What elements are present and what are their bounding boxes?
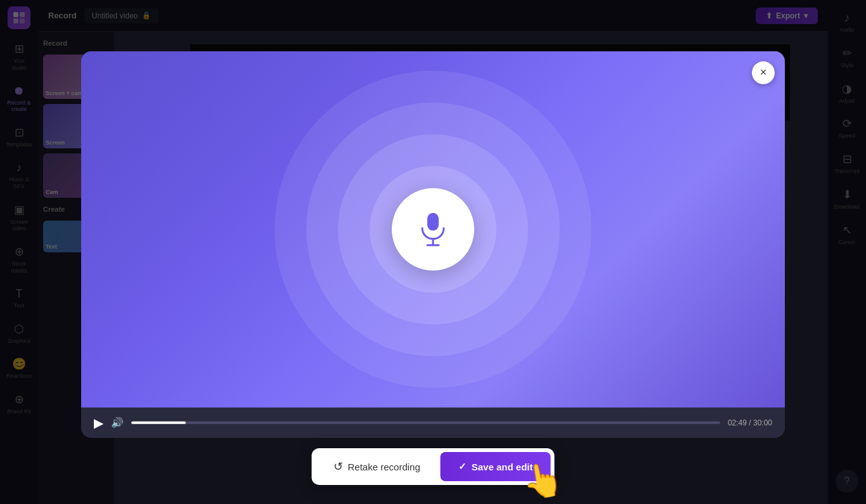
time-display: 02:49 / 30:00 — [728, 418, 772, 427]
total-time: 30:00 — [753, 418, 772, 427]
progress-fill — [131, 421, 186, 423]
close-icon: × — [760, 66, 767, 79]
save-checkmark-icon: ✓ — [458, 461, 467, 472]
modal-close-button[interactable]: × — [752, 61, 775, 84]
play-button[interactable]: ▶ — [94, 415, 103, 430]
svg-rect-4 — [427, 212, 439, 230]
retake-recording-button[interactable]: ↺ Retake recording — [316, 452, 438, 481]
save-label: Save and edit — [472, 462, 533, 472]
time-separator: / — [749, 418, 753, 427]
progress-track[interactable] — [131, 421, 720, 423]
microphone-icon — [417, 211, 449, 247]
current-time: 02:49 — [728, 418, 747, 427]
save-and-edit-button[interactable]: ✓ Save and edit 👆 — [441, 452, 551, 481]
microphone-circle — [392, 188, 474, 270]
volume-button[interactable]: 🔊 — [111, 417, 124, 429]
retake-label: Retake recording — [348, 462, 420, 472]
retake-icon: ↺ — [333, 460, 343, 474]
video-area — [81, 51, 785, 407]
action-buttons-container: ↺ Retake recording ✓ Save and edit 👆 — [312, 448, 555, 485]
progress-bar-container: ▶ 🔊 02:49 / 30:00 — [81, 407, 785, 437]
recording-modal: × ▶ 🔊 02:49 / 30:00 — [81, 51, 785, 437]
